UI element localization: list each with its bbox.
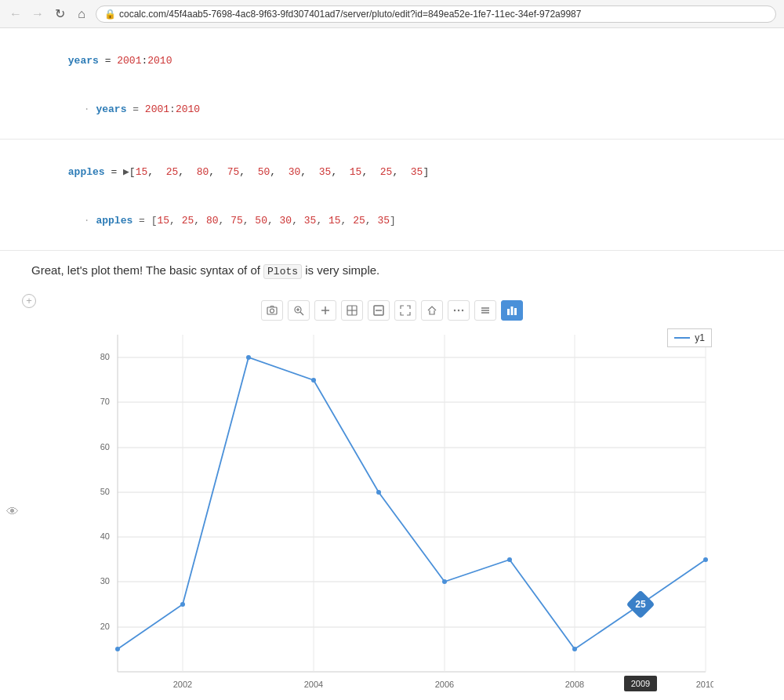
- minus-button[interactable]: [368, 300, 390, 321]
- svg-point-52: [376, 490, 381, 495]
- address-bar[interactable]: 🔒 cocalc.com/45f4aab5-7698-4ac8-9f63-9fd…: [96, 5, 776, 23]
- svg-text:70: 70: [100, 397, 110, 406]
- chart-wrapper: y1: [71, 327, 713, 701]
- box-zoom-button[interactable]: [341, 300, 363, 321]
- svg-text:2009: 2009: [631, 679, 650, 688]
- notebook-content: years = 2001:2010 · years = 2001:2010 ap…: [0, 28, 784, 700]
- forward-button[interactable]: →: [30, 6, 45, 22]
- cell-apples: apples = ▶[15, 25, 80, 75, 50, 30, 35, 1…: [0, 140, 784, 251]
- svg-text:20: 20: [100, 622, 110, 631]
- eye-icon[interactable]: 👁: [6, 505, 19, 519]
- svg-line-3: [300, 312, 303, 315]
- svg-rect-20: [511, 306, 514, 315]
- browser-bar: ← → ↻ ⌂ 🔒 cocalc.com/45f4aab5-7698-4ac8-…: [0, 0, 784, 28]
- svg-point-54: [507, 557, 512, 562]
- svg-point-13: [454, 309, 456, 310]
- code-line-years[interactable]: years = 2001:2010: [31, 38, 775, 84]
- line-mode-button[interactable]: [474, 300, 496, 321]
- svg-text:2004: 2004: [304, 680, 323, 689]
- svg-text:40: 40: [100, 531, 110, 541]
- svg-point-50: [246, 355, 251, 360]
- reload-button[interactable]: ↻: [52, 6, 67, 22]
- svg-text:2006: 2006: [435, 680, 454, 689]
- svg-point-53: [442, 579, 447, 584]
- svg-point-51: [311, 378, 316, 383]
- svg-point-57: [703, 557, 708, 562]
- zoom-button[interactable]: [288, 300, 310, 321]
- plot-toolbar: [24, 297, 760, 324]
- svg-text:80: 80: [100, 352, 110, 361]
- svg-rect-21: [514, 308, 517, 315]
- svg-text:2010: 2010: [696, 680, 713, 689]
- legend-box: y1: [667, 328, 712, 347]
- svg-rect-0: [267, 307, 277, 314]
- svg-point-48: [115, 647, 120, 651]
- camera-button[interactable]: [261, 300, 283, 321]
- plus-button[interactable]: [314, 300, 336, 321]
- svg-point-15: [462, 309, 463, 310]
- inline-code-plots: Plots: [263, 264, 302, 279]
- lock-icon: 🔒: [104, 9, 116, 20]
- url-text: cocalc.com/45f4aab5-7698-4ac8-9f63-9fd30…: [119, 9, 581, 20]
- text-before-code: Great, let's plot them! The basic syntax…: [31, 263, 263, 277]
- cell-years: years = 2001:2010 · years = 2001:2010: [0, 28, 784, 140]
- svg-text:2008: 2008: [565, 680, 584, 689]
- add-cell-top-button[interactable]: +: [22, 294, 36, 308]
- output-apples: · apples = [15, 25, 80, 75, 50, 30, 35, …: [31, 195, 775, 248]
- svg-point-1: [270, 309, 274, 313]
- svg-rect-19: [507, 309, 510, 315]
- plot-container: 👁 +: [0, 291, 784, 701]
- svg-text:25: 25: [635, 599, 646, 610]
- svg-point-49: [180, 602, 185, 607]
- text-block: Great, let's plot them! The basic syntax…: [0, 251, 784, 291]
- output-years: · years = 2001:2010: [31, 84, 775, 136]
- dotted-button[interactable]: [448, 300, 470, 321]
- home-button[interactable]: ⌂: [74, 6, 89, 22]
- svg-point-14: [458, 309, 459, 310]
- legend-line: [674, 337, 690, 339]
- bar-mode-button[interactable]: [501, 300, 523, 321]
- chart-svg: 80 70 60 50 40 30 20 2002 2004 2006 2008…: [71, 327, 713, 701]
- svg-text:30: 30: [100, 576, 110, 586]
- resize-button[interactable]: [394, 300, 416, 321]
- code-line-apples[interactable]: apples = ▶[15, 25, 80, 75, 50, 30, 35, 1…: [31, 149, 775, 195]
- svg-text:60: 60: [100, 442, 110, 452]
- svg-text:2002: 2002: [173, 680, 192, 689]
- text-after-code: is very simple.: [302, 263, 379, 277]
- home-reset-button[interactable]: [421, 300, 443, 321]
- legend-label: y1: [695, 332, 705, 343]
- back-button[interactable]: ←: [8, 6, 24, 22]
- svg-text:50: 50: [100, 487, 110, 496]
- svg-point-55: [572, 647, 577, 651]
